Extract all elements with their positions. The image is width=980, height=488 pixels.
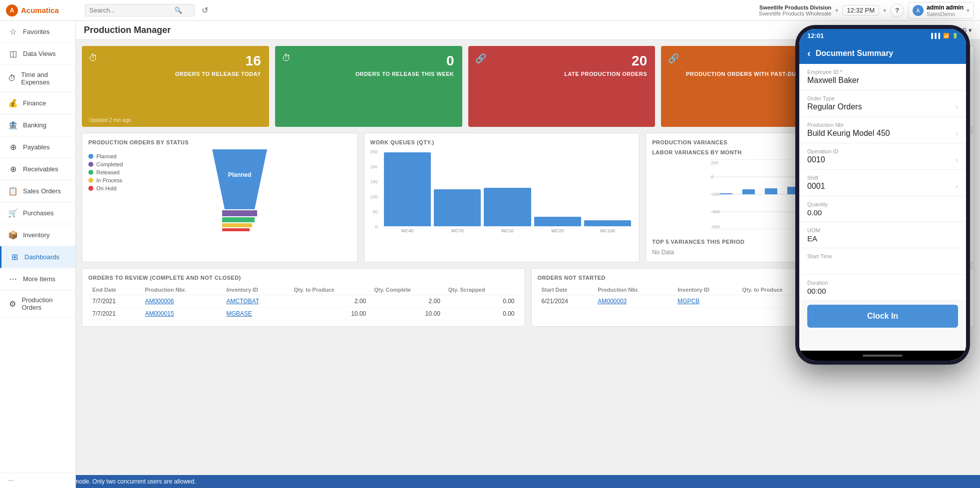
sidebar-collapse[interactable]: ⋯ [0,473,75,488]
sidebar: ☆ Favorites ◫ Data Views ⏱ Time and Expe… [0,21,76,488]
cell-prod-nbr-link[interactable]: AM000006 [141,295,222,308]
orders-to-review-title: ORDERS TO REVIEW (COMPLETE AND NOT CLOSE… [88,275,519,281]
sidebar-item-time-expenses[interactable]: ⏱ Time and Expenses [0,65,75,92]
kpi-updated-today: Updated 2 min ago [89,117,131,123]
sidebar-item-favorites[interactable]: ☆ Favorites [0,21,75,43]
kpi-late-production[interactable]: 🔗 20 LATE PRODUCTION ORDERS [468,46,655,127]
cell-inv-id-link-2[interactable]: MGBASE [222,308,290,320]
phone-field-start-time: Start Time [799,248,966,275]
sidebar-item-sales-orders[interactable]: 📋 Sales Orders [0,180,75,202]
svg-marker-4 [212,149,267,209]
help-label: ? [895,6,899,14]
value-quantity: 0.00 [807,208,958,217]
banking-icon: 🏦 [8,120,18,130]
col-prod-nbr-2: Production Nbr. [594,285,673,295]
sidebar-item-production-orders[interactable]: ⚙ Production Orders [0,290,75,318]
kpi-label-today: ORDERS TO RELEASE TODAY [90,71,261,77]
sidebar-label-payables: Payables [23,143,49,151]
search-icon: 🔍 [174,6,182,14]
phone-field-order-type[interactable]: Order Type Regular Orders › [799,90,966,117]
chevron-order-type-icon: › [956,102,958,111]
clock-in-button[interactable]: Clock In [807,305,958,328]
kpi-orders-release-today[interactable]: ⏱ 16 ORDERS TO RELEASE TODAY Updated 2 m… [82,46,269,127]
employee-id-row: Maxwell Baker [807,76,958,85]
sidebar-item-dashboards[interactable]: ⊞ Dashboards [0,246,75,268]
cell-prod-nbr-link-2[interactable]: AM000015 [141,308,222,320]
value-start-time [807,260,958,269]
label-quantity: Quantity [807,201,958,207]
table-row: 7/7/2021 AM000015 MGBASE 10.00 10.00 0.0… [88,308,519,320]
shift-row: 0001 › [807,182,958,191]
company-selector[interactable]: Sweetlife Products Division Sweetlife Pr… [759,4,832,16]
phone-screen: 12:01 ▐▐▐ 📶 🔋 ‹ Document Summary Employe… [799,29,966,361]
phone-back-button[interactable]: ‹ [807,47,811,59]
sidebar-item-purchases[interactable]: 🛒 Purchases [0,202,75,224]
svg-rect-15 [720,193,732,194]
kpi-orders-release-week[interactable]: ⏱ 0 ORDERS TO RELEASE THIS WEEK [275,46,462,127]
data-views-icon: ◫ [8,49,18,58]
kpi-number-today: 16 [90,53,261,69]
svg-text:-400: -400 [711,209,720,214]
user-role: SalesDemo [927,11,955,17]
col-inv-id-2: Inventory ID [673,285,738,295]
col-prod-nbr: Production Nbr. [141,285,222,295]
value-order-type: Regular Orders [807,102,862,111]
search-input[interactable] [89,6,174,14]
status-bar: ⚠ Your product is in trial mode. Only tw… [0,475,980,488]
col-qty-complete: Qty. Complete [370,285,444,295]
label-uom: UOM [807,227,958,233]
label-duration: Duration [807,280,958,286]
sidebar-label-banking: Banking [23,121,46,129]
payables-icon: ⊕ [8,142,18,152]
cell-prod-nbr-link-3[interactable]: AM000003 [594,295,673,308]
sidebar-item-payables[interactable]: ⊕ Payables [0,136,75,158]
col-qty-scrapped: Qty. Scrapped [444,285,519,295]
value-production-nbr: Build Keurig Model 450 [807,129,890,138]
sidebar-label-finance: Finance [23,99,46,107]
company-name: Sweetlife Products Division [759,4,831,10]
chevron-down-icon-2: ▾ [883,7,886,14]
cell-qty-scrapped-2: 0.00 [444,308,519,320]
top-navigation: A Acumatica 🔍 ↺ Sweetlife Products Divis… [0,0,980,21]
bar-chart: WC40 WC70 WC10 [382,153,634,233]
cell-qty-complete-2: 10.00 [370,308,444,320]
bar-wc100: WC100 [584,220,631,233]
phone-field-shift[interactable]: Shift 0001 › [799,170,966,196]
cell-inv-id-link[interactable]: AMCTOBAT [222,295,290,308]
page-title: Production Manager [84,25,171,35]
nav-right: Sweetlife Products Division Sweetlife Pr… [759,2,974,19]
sidebar-item-more-items[interactable]: ⋯ More Items [0,268,75,290]
kpi-label-week: ORDERS TO RELEASE THIS WEEK [283,71,454,77]
help-button[interactable]: ? [890,3,904,17]
label-start-time: Start Time [807,253,958,259]
bar-wc40: WC40 [384,152,431,233]
cell-qty-produce-2: 10.00 [290,308,370,320]
kpi-number-week: 0 [283,53,454,69]
sidebar-item-banking[interactable]: 🏦 Banking [0,114,75,136]
phone-field-operation-id[interactable]: Operation ID 0010 › [799,143,966,170]
svg-rect-8 [222,223,252,227]
bar-wc40-fill [384,152,431,226]
col-end-date: End Date [88,285,141,295]
search-container[interactable]: 🔍 [85,4,195,16]
sidebar-item-receivables[interactable]: ⊕ Receivables [0,158,75,180]
work-queues-panel: WORK QUEUES (QTY.) 250200150100500 WC40 [364,133,640,262]
link-icon-past: 🔗 [668,53,679,64]
sidebar-item-finance[interactable]: 💰 Finance [0,92,75,114]
sidebar-item-data-views[interactable]: ◫ Data Views [0,43,75,65]
user-menu[interactable]: A admin admin SalesDemo ▾ [908,2,974,19]
phone-field-production-nbr[interactable]: Production Nbr Build Keurig Model 450 › [799,117,966,143]
history-button[interactable]: ↺ [199,3,211,17]
order-type-row: Regular Orders › [807,102,958,111]
sidebar-label-favorites: Favorites [23,28,49,35]
sales-orders-icon: 📋 [8,186,18,196]
production-orders-status-panel: PRODUCTION ORDERS BY STATUS Planned Comp… [82,133,358,262]
user-avatar: A [913,5,924,16]
wifi-icon: 📶 [943,33,949,38]
bar-wc70: WC70 [434,189,481,233]
cell-inv-id-link-3[interactable]: MGPCB [673,295,738,308]
bar-wc70-fill [434,189,481,226]
svg-rect-16 [742,189,755,194]
chevron-op-id-icon: › [956,155,958,164]
sidebar-item-inventory[interactable]: 📦 Inventory [0,224,75,246]
